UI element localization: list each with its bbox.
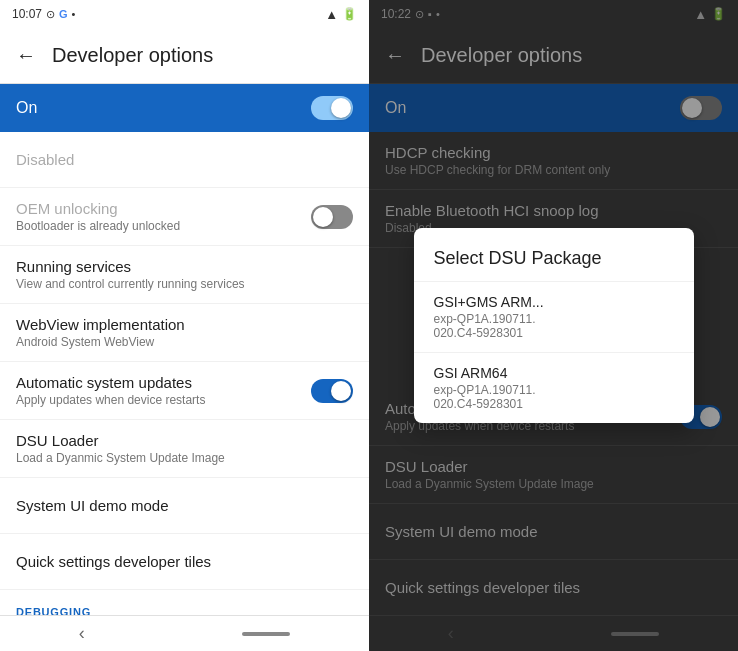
modal-item-title-0: GSI+GMS ARM...: [434, 294, 674, 310]
auto-update-item[interactable]: Automatic system updates Apply updates w…: [0, 362, 369, 420]
modal-item-0[interactable]: GSI+GMS ARM... exp-QP1A.190711.020.C4-59…: [414, 281, 694, 352]
oem-toggle-knob: [313, 207, 333, 227]
running-services-item[interactable]: Running services View and control curren…: [0, 246, 369, 304]
header-1: ← Developer options: [0, 28, 369, 84]
modal-item-title-1: GSI ARM64: [434, 365, 674, 381]
dsu-loader-item[interactable]: DSU Loader Load a Dyanmic System Update …: [0, 420, 369, 478]
on-toggle-knob-1: [331, 98, 351, 118]
on-row-1[interactable]: On: [0, 84, 369, 132]
modal-overlay[interactable]: Select DSU Package GSI+GMS ARM... exp-QP…: [369, 0, 738, 651]
webview-item[interactable]: WebView implementation Android System We…: [0, 304, 369, 362]
quick-settings-item[interactable]: Quick settings developer tiles: [0, 534, 369, 590]
webview-subtitle: Android System WebView: [16, 335, 353, 349]
dsu-loader-subtitle: Load a Dyanmic System Update Image: [16, 451, 353, 465]
google-icon-1: ⊙: [46, 8, 55, 21]
debugging-header: DEBUGGING: [0, 590, 369, 615]
running-services-subtitle: View and control currently running servi…: [16, 277, 353, 291]
running-services-title: Running services: [16, 258, 353, 275]
nav-back-1[interactable]: ‹: [79, 623, 85, 644]
modal-item-1[interactable]: GSI ARM64 exp-QP1A.190711.020.C4-5928301: [414, 352, 694, 423]
status-right-1: ▲ 🔋: [325, 7, 357, 22]
on-toggle-1[interactable]: [311, 96, 353, 120]
quick-settings-title: Quick settings developer tiles: [16, 553, 353, 570]
auto-update-subtitle: Apply updates when device restarts: [16, 393, 311, 407]
on-label-1: On: [16, 99, 37, 117]
nav-pill-1: [242, 632, 290, 636]
auto-update-toggle[interactable]: [311, 379, 353, 403]
system-ui-item[interactable]: System UI demo mode: [0, 478, 369, 534]
phone-2: 10:22 ⊙ ▪ • ▲ 🔋 ← Developer options On H…: [369, 0, 738, 651]
g-icon-1: G: [59, 8, 68, 20]
page-title-1: Developer options: [52, 44, 213, 67]
oem-unlocking-title: OEM unlocking: [16, 200, 311, 217]
auto-update-title: Automatic system updates: [16, 374, 311, 391]
dsu-loader-title: DSU Loader: [16, 432, 353, 449]
status-left-1: 10:07 ⊙ G •: [12, 7, 75, 21]
modal-card: Select DSU Package GSI+GMS ARM... exp-QP…: [414, 228, 694, 423]
status-bar-1: 10:07 ⊙ G • ▲ 🔋: [0, 0, 369, 28]
battery-icon-1: 🔋: [342, 7, 357, 21]
disabled-title: Disabled: [16, 151, 353, 168]
back-button-1[interactable]: ←: [16, 44, 36, 67]
settings-list-1: Disabled OEM unlocking Bootloader is alr…: [0, 132, 369, 615]
modal-item-subtitle-0: exp-QP1A.190711.020.C4-5928301: [434, 312, 674, 340]
phone-1: 10:07 ⊙ G • ▲ 🔋 ← Developer options On D…: [0, 0, 369, 651]
oem-unlocking-subtitle: Bootloader is already unlocked: [16, 219, 311, 233]
wifi-icon-1: ▲: [325, 7, 338, 22]
modal-item-subtitle-1: exp-QP1A.190711.020.C4-5928301: [434, 383, 674, 411]
dot-icon-1: •: [72, 8, 76, 20]
system-ui-title: System UI demo mode: [16, 497, 353, 514]
modal-title: Select DSU Package: [414, 228, 694, 281]
time-1: 10:07: [12, 7, 42, 21]
oem-unlocking-item[interactable]: OEM unlocking Bootloader is already unlo…: [0, 188, 369, 246]
nav-bar-1: ‹: [0, 615, 369, 651]
disabled-item: Disabled: [0, 132, 369, 188]
webview-title: WebView implementation: [16, 316, 353, 333]
oem-toggle[interactable]: [311, 205, 353, 229]
auto-update-knob: [331, 381, 351, 401]
